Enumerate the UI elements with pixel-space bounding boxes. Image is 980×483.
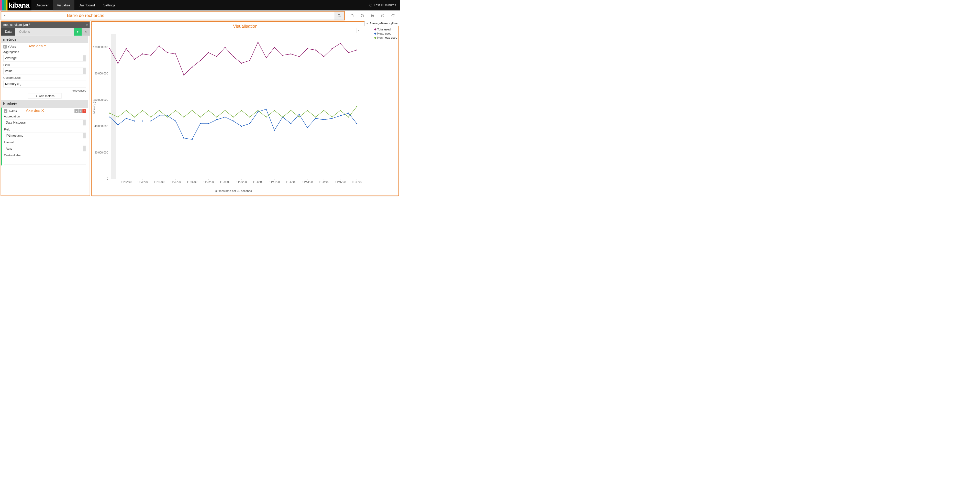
bucket-custom-label-input[interactable] [4,158,86,165]
chart-area: 020,000,00040,000,00060,000,00080,000,00… [92,22,398,196]
logo-text: kibana [9,1,29,9]
bucket-down-button[interactable]: ▾ [78,109,82,113]
main: metrics-vitam-jvm-* ▾ ‹ Data Options met… [0,21,400,197]
svg-point-77 [167,115,168,116]
svg-point-50 [200,60,201,61]
tab-data[interactable]: Data [1,28,15,35]
svg-point-65 [323,56,324,57]
bucket-field-value: @timestamp [6,134,23,137]
svg-text:11:33:00: 11:33:00 [137,180,148,183]
svg-point-75 [150,121,151,121]
svg-text:11:42:00: 11:42:00 [286,180,296,183]
svg-point-56 [249,60,250,61]
svg-point-1 [338,14,340,16]
config-tabs: Data Options [1,28,90,35]
svg-point-114 [216,116,217,118]
nav-discover[interactable]: Discover [32,0,52,11]
svg-text:11:46:00: 11:46:00 [352,180,362,183]
search-input[interactable] [1,11,335,20]
svg-point-66 [331,48,332,49]
svg-point-86 [241,126,242,127]
svg-point-43 [142,53,143,54]
svg-text:11:38:00: 11:38:00 [220,180,230,183]
svg-point-42 [134,59,135,60]
new-button[interactable] [347,12,357,19]
svg-point-69 [356,49,357,50]
svg-point-105 [142,110,143,111]
nav-dashboard[interactable]: Dashboard [75,0,99,11]
bucket-field-label: Field [4,128,86,131]
svg-point-79 [183,138,185,139]
svg-point-46 [167,52,168,53]
bucket-aggregation-label: Aggregation [4,115,86,118]
svg-text:40,000,000: 40,000,000 [95,124,108,128]
logo-bars [0,0,7,11]
svg-point-64 [315,49,316,50]
svg-point-88 [258,111,259,112]
expand-bottom-button[interactable] [92,196,398,197]
svg-point-80 [192,139,192,140]
discard-button[interactable] [82,28,90,35]
visualization-panel: Visualisation AverageMemoryUse › Total u… [91,21,399,196]
svg-point-126 [315,116,316,118]
refresh-icon [391,14,395,18]
action-toolbar [345,11,400,21]
share-button[interactable] [378,12,387,19]
metrics-section-title: metrics [1,36,88,43]
y-axis-label: Y-Axis [8,45,16,48]
save-button[interactable] [358,12,367,19]
svg-point-95 [315,118,316,119]
time-picker-label: Last 15 minutes [374,3,396,7]
open-button[interactable] [368,12,377,19]
add-metrics-button[interactable]: ＋Add metrics [28,93,62,99]
chart-svg: 020,000,00040,000,00060,000,00080,000,00… [92,22,398,196]
aggregation-select[interactable]: Average [3,55,86,61]
refresh-button[interactable] [388,12,398,19]
svg-point-117 [241,110,242,111]
svg-point-92 [290,123,291,124]
svg-point-82 [208,123,209,124]
top-nav: kibana Discover Visualize Dashboard Sett… [0,0,400,11]
bucket-up-button[interactable]: ▴ [75,109,78,113]
svg-point-111 [192,110,192,111]
x-axis-toggle[interactable]: ▸ [4,109,7,113]
svg-point-119 [258,110,259,111]
svg-point-55 [241,63,242,64]
svg-text:11:32:00: 11:32:00 [121,180,132,183]
svg-point-54 [233,56,234,57]
svg-point-49 [192,67,192,67]
tab-options[interactable]: Options [15,28,34,35]
index-pattern-bar[interactable]: metrics-vitam-jvm-* ▾ [1,22,90,28]
advanced-toggle[interactable]: ◂ Advanced [1,88,88,93]
svg-point-104 [134,116,135,118]
x-axis-label: X-Axis [8,110,17,113]
y-axis-toggle[interactable]: ▸ [3,45,6,49]
nav-visualize[interactable]: Visualize [52,0,75,11]
svg-point-118 [249,116,250,118]
nav-settings[interactable]: Settings [99,0,119,11]
interval-select[interactable]: Auto [4,145,86,152]
svg-point-58 [266,57,267,58]
svg-text:11:44:00: 11:44:00 [319,180,329,183]
bucket-field-select[interactable]: @timestamp [4,132,86,139]
field-select[interactable]: value [3,68,86,75]
run-button[interactable] [74,28,82,35]
svg-point-97 [331,118,332,119]
svg-point-47 [175,53,176,54]
bucket-aggregation-select[interactable]: Date Histogram [4,119,86,126]
bucket-delete-button[interactable]: ✕ [82,109,86,113]
svg-point-127 [323,110,324,111]
clock-icon [369,3,372,6]
svg-point-53 [224,47,226,48]
svg-point-73 [134,121,135,121]
svg-point-116 [233,116,234,118]
time-picker[interactable]: Last 15 minutes [366,0,400,11]
custom-label-input[interactable] [3,81,86,87]
svg-point-60 [282,55,283,56]
svg-point-108 [167,116,168,118]
svg-text:11:41:00: 11:41:00 [269,180,280,183]
y-axis-annotation: Axe des Y [29,44,46,48]
aggregation-label: Aggregation [3,50,86,54]
svg-point-61 [290,53,291,54]
search-button[interactable] [335,11,344,20]
